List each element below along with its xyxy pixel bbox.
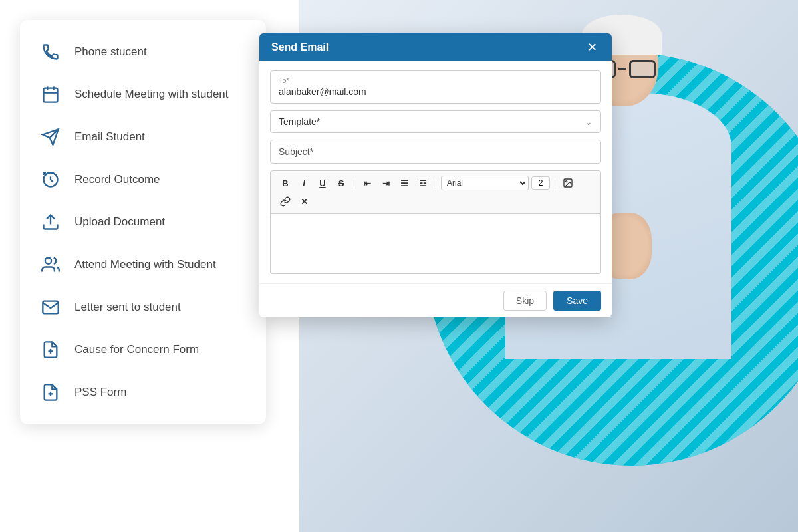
font-size-input[interactable]: [531, 176, 550, 190]
editor-toolbar: B I U S ⇤ ⇥ ☰ ☲ Arial Times New Roman He…: [270, 170, 601, 214]
sidebar-item-attend-meeting[interactable]: Attend Meeting with Student: [20, 243, 266, 286]
subject-placeholder: Subject*: [279, 146, 313, 157]
modal-close-button[interactable]: ✕: [585, 41, 600, 53]
remove-format-button[interactable]: ✕: [296, 194, 312, 209]
email-send-icon: [39, 125, 63, 149]
sidebar-item-record-outcome[interactable]: Record Outcome: [20, 158, 266, 201]
subject-field[interactable]: Subject*: [270, 140, 601, 164]
modal-title: Send Email: [271, 41, 329, 53]
svg-line-6: [51, 180, 53, 182]
image-button[interactable]: [560, 175, 576, 191]
sidebar-item-cause-concern[interactable]: Cause for Concern Form: [20, 329, 266, 371]
email-editor-area[interactable]: [270, 214, 601, 274]
to-value: alanbaker@mail.com: [279, 86, 366, 97]
svg-rect-0: [44, 88, 58, 102]
sidebar-item-letter-sent[interactable]: Letter sent to student: [20, 286, 266, 329]
envelope-icon: [39, 295, 63, 319]
sidebar-label-attend: Attend Meeting with Student: [74, 258, 216, 271]
font-family-select[interactable]: Arial Times New Roman Helvetica: [441, 176, 529, 190]
modal-body: To* alanbaker@mail.com Template* ⌄ Subje…: [259, 61, 612, 283]
sidebar-label-email: Email Student: [74, 130, 145, 144]
save-button[interactable]: Save: [553, 291, 601, 311]
underline-button[interactable]: U: [315, 175, 331, 191]
record-outcome-icon: [39, 168, 63, 192]
cause-concern-icon: [39, 338, 63, 362]
group-icon: [39, 253, 63, 277]
toolbar-separator-1: [354, 177, 354, 189]
sidebar-label-letter: Letter sent to student: [74, 301, 181, 314]
list-ol-button[interactable]: ☲: [415, 175, 431, 191]
indent-button[interactable]: ⇤: [359, 175, 375, 191]
sidebar-label-record: Record Outcome: [74, 173, 160, 186]
bold-button[interactable]: B: [277, 175, 293, 191]
phone-icon: [39, 40, 63, 64]
toolbar-separator-2: [436, 177, 436, 189]
template-placeholder: Template*: [279, 116, 320, 127]
upload-document-icon: [39, 210, 63, 234]
toolbar-separator-3: [555, 177, 555, 189]
sidebar-item-pss-form[interactable]: PSS Form: [20, 371, 266, 414]
sidebar-item-email-student[interactable]: Email Student: [20, 116, 266, 158]
template-dropdown-arrow: ⌄: [585, 116, 593, 127]
glasses-right-lens: [629, 60, 656, 78]
modal-footer: Skip Save: [259, 283, 612, 317]
sidebar-card: Phone stucent Schedule Meeting with stud…: [20, 20, 266, 424]
link-button[interactable]: [277, 194, 293, 209]
email-modal: Send Email ✕ To* alanbaker@mail.com Temp…: [259, 33, 612, 317]
skip-button[interactable]: Skip: [503, 291, 547, 311]
template-dropdown[interactable]: Template* ⌄: [270, 110, 601, 133]
modal-header: Send Email ✕: [259, 33, 612, 61]
strikethrough-button[interactable]: S: [333, 175, 349, 191]
sidebar-item-upload-document[interactable]: Upload Document: [20, 201, 266, 243]
sidebar-label-concern: Cause for Concern Form: [74, 343, 199, 356]
list-ul-button[interactable]: ☰: [396, 175, 412, 191]
sidebar-item-schedule-meeting[interactable]: Schedule Meeting with student: [20, 73, 266, 116]
to-label: To*: [279, 76, 593, 84]
sidebar-label-pss: PSS Form: [74, 386, 126, 399]
sidebar-item-phone-student[interactable]: Phone stucent: [20, 31, 266, 73]
svg-point-15: [566, 181, 567, 182]
glasses-bridge: [618, 68, 626, 70]
calendar-icon: [39, 82, 63, 106]
pss-form-icon: [39, 380, 63, 404]
sidebar-label-schedule: Schedule Meeting with student: [74, 88, 229, 101]
to-field[interactable]: To* alanbaker@mail.com: [270, 70, 601, 104]
sidebar-label-upload: Upload Document: [74, 215, 165, 229]
italic-button[interactable]: I: [296, 175, 312, 191]
sidebar-label-phone: Phone stucent: [74, 45, 147, 59]
outdent-button[interactable]: ⇥: [378, 175, 394, 191]
svg-point-9: [45, 258, 51, 264]
